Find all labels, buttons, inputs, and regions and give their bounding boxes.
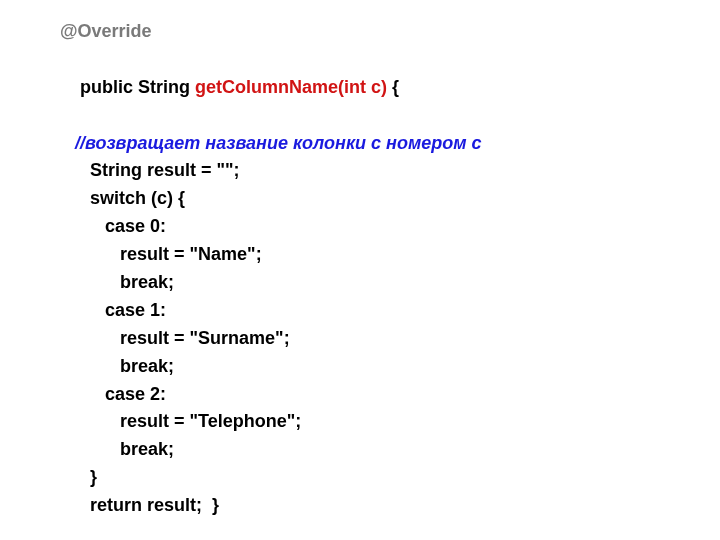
code-line: result = "Surname"; — [60, 325, 720, 353]
code-block: @Override public String getColumnName(in… — [0, 0, 720, 520]
brace-open: { — [387, 77, 399, 97]
code-line: break; — [60, 436, 720, 464]
code-line: break; — [60, 269, 720, 297]
code-line: return result; } — [60, 492, 720, 520]
comment-line: //возвращает название колонки с номером … — [60, 130, 720, 158]
keyword-public-string: public String — [80, 77, 195, 97]
annotation-override: @Override — [60, 18, 720, 46]
code-line: result = "Telephone"; — [60, 408, 720, 436]
code-line: String result = ""; — [60, 157, 720, 185]
method-declaration: public String getColumnName(int c) { — [60, 46, 720, 130]
code-line: case 1: — [60, 297, 720, 325]
code-line: } — [60, 464, 720, 492]
method-name: getColumnName(int c) — [195, 77, 387, 97]
code-line: result = "Name"; — [60, 241, 720, 269]
code-line: case 2: — [60, 381, 720, 409]
code-line: break; — [60, 353, 720, 381]
code-line: case 0: — [60, 213, 720, 241]
code-line: switch (c) { — [60, 185, 720, 213]
